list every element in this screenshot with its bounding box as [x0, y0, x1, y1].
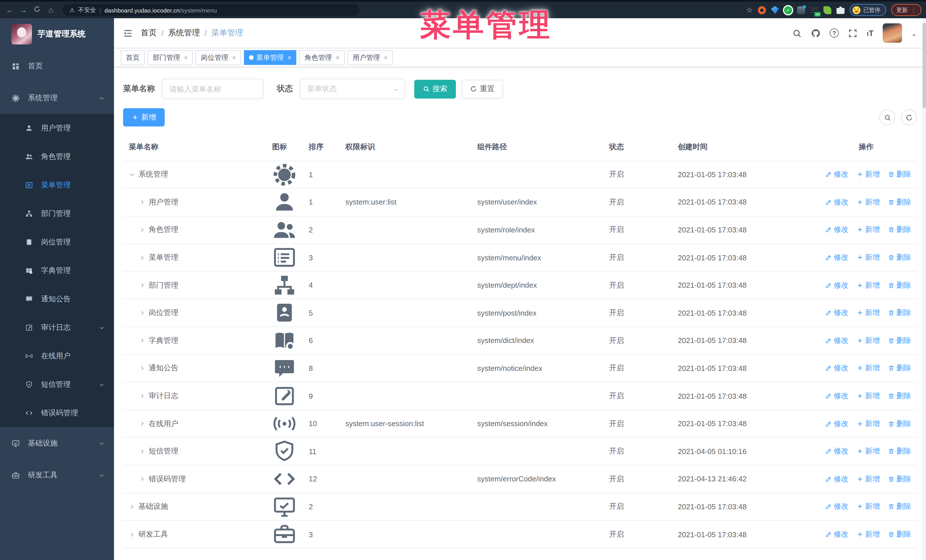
- add-action[interactable]: 新增: [856, 252, 880, 263]
- collapse-sidebar-icon[interactable]: [123, 28, 133, 38]
- sidebar-item-短信管理[interactable]: 短信管理: [0, 370, 114, 399]
- add-action[interactable]: 新增: [856, 529, 880, 539]
- sidebar-item-研发工具[interactable]: 研发工具: [0, 459, 114, 491]
- edit-action[interactable]: 修改: [825, 418, 849, 429]
- sidebar-item-字典管理[interactable]: 字典管理: [0, 257, 114, 285]
- sidebar-item-错误码管理[interactable]: 错误码管理: [0, 399, 114, 427]
- extension-icon[interactable]: [784, 6, 792, 14]
- caret-right[interactable]: [139, 365, 145, 371]
- add-action[interactable]: 新增: [856, 363, 880, 373]
- caret-right[interactable]: [139, 420, 145, 427]
- tab-部门管理[interactable]: 部门管理×: [148, 50, 193, 65]
- caret-right[interactable]: [129, 504, 135, 510]
- user-avatar[interactable]: [883, 23, 902, 43]
- delete-action[interactable]: 删除: [888, 335, 911, 346]
- add-action[interactable]: 新增: [856, 197, 880, 207]
- edit-action[interactable]: 修改: [825, 335, 849, 346]
- extension-icon[interactable]: [771, 6, 779, 14]
- add-action[interactable]: 新增: [856, 308, 880, 318]
- extension-icon[interactable]: [823, 6, 831, 14]
- address-bar[interactable]: ⚠ 不安全 | dashboard.yudao.iocoder.cn/syste…: [63, 4, 359, 16]
- sidebar-item-审计日志[interactable]: 审计日志: [0, 313, 114, 342]
- delete-action[interactable]: 删除: [888, 502, 911, 512]
- tab-岗位管理[interactable]: 岗位管理×: [196, 50, 241, 65]
- breadcrumb-item-系统管理[interactable]: 系统管理: [168, 28, 200, 38]
- sidebar-item-基础设施[interactable]: 基础设施: [0, 427, 114, 459]
- caret-right[interactable]: [139, 227, 145, 233]
- caret-right[interactable]: [139, 310, 145, 316]
- scrollbar-thumb[interactable]: [923, 23, 926, 108]
- delete-action[interactable]: 删除: [888, 391, 911, 401]
- add-action[interactable]: 新增: [856, 446, 880, 456]
- extension-icon[interactable]: on: [810, 6, 818, 14]
- tab-菜单管理[interactable]: 菜单管理×: [244, 50, 297, 65]
- delete-action[interactable]: 删除: [888, 169, 911, 180]
- search-button[interactable]: 搜索: [414, 80, 456, 98]
- toggle-search-button[interactable]: [879, 109, 895, 125]
- delete-action[interactable]: 删除: [888, 280, 911, 290]
- close-tab-icon[interactable]: ×: [384, 54, 388, 61]
- sidebar-item-首页[interactable]: 首页: [0, 50, 114, 82]
- caret-right[interactable]: [139, 282, 145, 288]
- edit-action[interactable]: 修改: [825, 363, 849, 373]
- home-icon[interactable]: ⌂: [45, 6, 56, 14]
- tab-首页[interactable]: 首页: [121, 50, 145, 65]
- edit-action[interactable]: 修改: [825, 391, 849, 401]
- sidebar-item-菜单管理[interactable]: 菜单管理: [0, 171, 114, 199]
- delete-action[interactable]: 删除: [888, 529, 911, 539]
- edit-action[interactable]: 修改: [825, 474, 849, 484]
- add-action[interactable]: 新增: [856, 169, 880, 180]
- reload-icon[interactable]: [32, 6, 42, 14]
- caret-right[interactable]: [139, 199, 145, 205]
- edit-action[interactable]: 修改: [825, 169, 849, 180]
- back-icon[interactable]: ←: [5, 6, 15, 14]
- page-scrollbar[interactable]: [923, 18, 926, 560]
- edit-action[interactable]: 修改: [825, 502, 849, 512]
- caret-right[interactable]: [139, 393, 145, 399]
- edit-action[interactable]: 修改: [825, 197, 849, 207]
- delete-action[interactable]: 删除: [888, 225, 911, 235]
- close-tab-icon[interactable]: ×: [232, 54, 236, 61]
- app-logo[interactable]: 芋道管理系统: [0, 18, 114, 50]
- add-action[interactable]: 新增: [856, 474, 880, 484]
- menu-name-input[interactable]: [162, 78, 263, 99]
- delete-action[interactable]: 删除: [888, 474, 911, 484]
- edit-action[interactable]: 修改: [825, 252, 849, 263]
- browser-update-button[interactable]: 更新 ⋮: [891, 4, 921, 16]
- font-size-icon[interactable]: tT: [867, 29, 873, 38]
- caret-right[interactable]: [139, 254, 145, 261]
- delete-action[interactable]: 删除: [888, 308, 911, 318]
- add-action[interactable]: 新增: [856, 280, 880, 290]
- close-tab-icon[interactable]: ×: [184, 54, 188, 61]
- delete-action[interactable]: 删除: [888, 363, 911, 373]
- delete-action[interactable]: 删除: [888, 252, 911, 263]
- edit-action[interactable]: 修改: [825, 529, 849, 539]
- tab-角色管理[interactable]: 角色管理×: [300, 50, 345, 65]
- menu-status-select[interactable]: 菜单状态: [300, 78, 405, 99]
- refresh-button[interactable]: [901, 109, 917, 125]
- sidebar-item-部门管理[interactable]: 部门管理: [0, 199, 114, 228]
- edit-action[interactable]: 修改: [825, 308, 849, 318]
- sidebar-item-系统管理[interactable]: 系统管理: [0, 82, 114, 114]
- caret-down[interactable]: [129, 172, 135, 178]
- fullscreen-icon[interactable]: [848, 28, 858, 38]
- extension-icon[interactable]: [758, 6, 766, 14]
- delete-action[interactable]: 删除: [888, 446, 911, 456]
- tab-用户管理[interactable]: 用户管理×: [348, 50, 393, 65]
- reset-button[interactable]: 重置: [461, 80, 503, 98]
- extensions-puzzle-icon[interactable]: [837, 6, 844, 14]
- add-action[interactable]: 新增: [856, 502, 880, 512]
- sidebar-item-在线用户[interactable]: 在线用户: [0, 342, 114, 370]
- caret-right[interactable]: [139, 476, 145, 482]
- forward-icon[interactable]: →: [18, 6, 29, 14]
- extension-icon[interactable]: [797, 6, 805, 14]
- edit-action[interactable]: 修改: [825, 225, 849, 235]
- add-button[interactable]: 新增: [123, 108, 165, 127]
- search-icon[interactable]: [792, 28, 802, 38]
- help-icon[interactable]: ?: [830, 29, 839, 38]
- edit-action[interactable]: 修改: [825, 446, 849, 456]
- sidebar-item-岗位管理[interactable]: 岗位管理: [0, 228, 114, 257]
- delete-action[interactable]: 删除: [888, 418, 911, 429]
- caret-right[interactable]: [139, 448, 145, 454]
- add-action[interactable]: 新增: [856, 225, 880, 235]
